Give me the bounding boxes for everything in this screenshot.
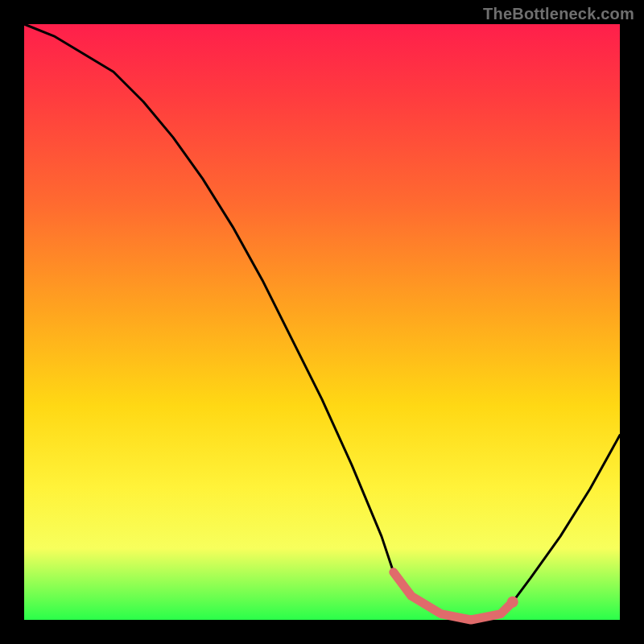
optimal-point-marker xyxy=(507,597,518,608)
bottleneck-curve xyxy=(24,24,620,620)
plot-area xyxy=(24,24,620,620)
chart-frame: TheBottleneck.com xyxy=(0,0,644,644)
optimal-range-highlight xyxy=(394,572,513,620)
curve-layer xyxy=(24,24,620,620)
watermark-text: TheBottleneck.com xyxy=(483,5,634,23)
